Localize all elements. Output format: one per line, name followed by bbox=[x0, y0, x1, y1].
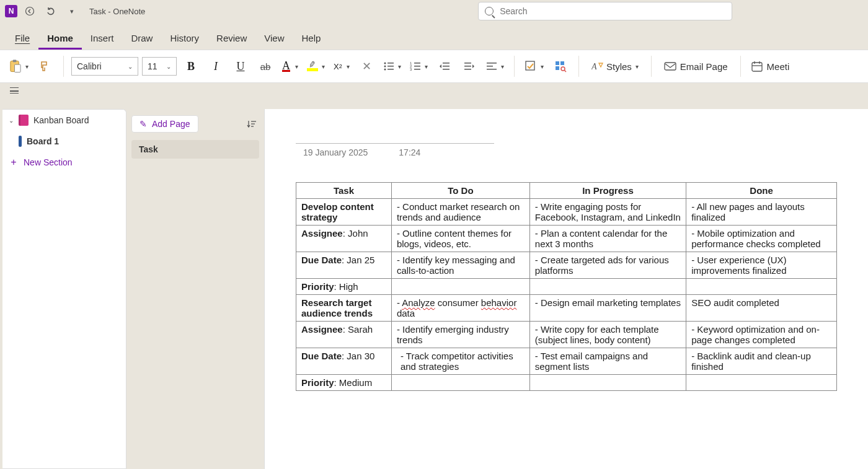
add-page-button[interactable]: ✎ Add Page bbox=[131, 115, 198, 133]
window-title: Task - OneNote bbox=[89, 7, 145, 16]
notebook-nav: ⌄ Kanban Board Board 1 + New Section bbox=[2, 109, 126, 469]
outdent-button[interactable] bbox=[434, 56, 455, 77]
tag-button[interactable]: ▾ bbox=[522, 56, 546, 77]
meeting-label: Meeti bbox=[767, 61, 790, 72]
tab-home[interactable]: Home bbox=[38, 27, 82, 50]
font-name-value: Calibri bbox=[77, 61, 102, 71]
qat-customize-button[interactable]: ▾ bbox=[63, 2, 81, 20]
search-icon bbox=[485, 7, 494, 15]
ribbon-divider bbox=[514, 56, 515, 77]
tab-review[interactable]: Review bbox=[208, 27, 255, 50]
numbered-list-button[interactable]: 123▾ bbox=[407, 56, 430, 77]
italic-button[interactable]: I bbox=[205, 56, 226, 77]
font-size-value: 11 bbox=[148, 61, 157, 71]
svg-rect-2 bbox=[13, 60, 17, 63]
svg-rect-28 bbox=[556, 66, 559, 70]
svg-rect-27 bbox=[560, 61, 564, 65]
email-page-button[interactable]: Email Page bbox=[659, 56, 733, 77]
ribbon-divider bbox=[651, 56, 652, 77]
notebook-icon bbox=[19, 115, 29, 126]
table-row[interactable]: Assignee: Sarah - Identify emerging indu… bbox=[296, 322, 837, 348]
search-input[interactable] bbox=[498, 6, 725, 17]
svg-rect-23 bbox=[487, 66, 493, 67]
format-painter-button[interactable] bbox=[35, 56, 56, 77]
bold-button[interactable]: B bbox=[180, 56, 202, 77]
section-name: Board 1 bbox=[27, 136, 59, 146]
meeting-button[interactable]: Meeti bbox=[748, 56, 792, 77]
page-item[interactable]: Task bbox=[131, 140, 259, 159]
tab-draw[interactable]: Draw bbox=[122, 27, 161, 50]
section-item[interactable]: Board 1 bbox=[2, 131, 126, 152]
strikethrough-button[interactable]: ab bbox=[255, 56, 276, 77]
tab-file[interactable]: File bbox=[6, 27, 38, 50]
page-list: ✎ Add Page Task bbox=[126, 109, 264, 469]
svg-rect-21 bbox=[464, 69, 471, 70]
svg-point-6 bbox=[384, 66, 386, 68]
bullet-list-button[interactable]: ▾ bbox=[381, 56, 404, 77]
col-header-inprogress[interactable]: In Progress bbox=[529, 183, 686, 199]
section-color-bar bbox=[19, 136, 22, 147]
svg-point-0 bbox=[26, 7, 34, 15]
svg-text:3: 3 bbox=[410, 68, 412, 71]
subscript-button[interactable]: X2▾ bbox=[331, 56, 352, 77]
title-bar: ▾ Task - OneNote bbox=[0, 0, 868, 22]
table-row[interactable]: Due Date: Jan 30 - Track competitor acti… bbox=[296, 348, 837, 375]
svg-rect-17 bbox=[443, 66, 450, 67]
font-size-combo[interactable]: 11⌄ bbox=[142, 57, 177, 76]
svg-rect-9 bbox=[388, 69, 394, 70]
table-row[interactable]: Assignee: John - Outline content themes … bbox=[296, 226, 837, 252]
svg-rect-18 bbox=[443, 69, 450, 70]
back-button[interactable] bbox=[21, 2, 38, 20]
paste-button[interactable]: ▾ bbox=[6, 56, 31, 77]
nav-pane-toggle[interactable] bbox=[4, 84, 25, 97]
table-row[interactable]: Due Date: Jan 25 - Identify key messagin… bbox=[296, 252, 837, 279]
svg-point-8 bbox=[384, 69, 386, 71]
table-row[interactable]: Develop content strategy - Conduct marke… bbox=[296, 199, 837, 226]
new-section-button[interactable]: + New Section bbox=[2, 152, 126, 173]
table-row[interactable]: Priority: Medium bbox=[296, 375, 837, 391]
svg-rect-25 bbox=[526, 61, 534, 70]
page-date: 19 January 2025 bbox=[303, 147, 368, 157]
font-color-button[interactable]: A▾ bbox=[280, 56, 301, 77]
tab-history[interactable]: History bbox=[161, 27, 208, 50]
tab-help[interactable]: Help bbox=[293, 27, 330, 50]
svg-rect-15 bbox=[414, 69, 420, 70]
table-row[interactable]: Research target audience trends - Analyz… bbox=[296, 295, 837, 322]
chevron-down-icon: ⌄ bbox=[9, 117, 14, 124]
note-canvas[interactable]: 19 January 2025 17:24 Task To Do In Prog… bbox=[264, 109, 868, 469]
page-title-input[interactable] bbox=[296, 128, 494, 144]
col-header-task[interactable]: Task bbox=[296, 183, 392, 199]
menu-tabs: File Home Insert Draw History Review Vie… bbox=[0, 22, 868, 50]
sort-pages-button[interactable] bbox=[244, 116, 259, 131]
col-header-done[interactable]: Done bbox=[686, 183, 837, 199]
table-row[interactable]: Priority: High bbox=[296, 279, 837, 295]
svg-rect-32 bbox=[665, 63, 676, 70]
font-name-combo[interactable]: Calibri⌄ bbox=[71, 57, 138, 76]
styles-button[interactable]: A Styles▾ bbox=[587, 56, 644, 77]
svg-point-4 bbox=[384, 63, 386, 64]
svg-rect-22 bbox=[487, 63, 497, 64]
svg-rect-20 bbox=[464, 66, 471, 67]
search-box[interactable] bbox=[478, 2, 732, 20]
tab-view[interactable]: View bbox=[255, 27, 293, 50]
find-tags-button[interactable] bbox=[550, 56, 571, 77]
hamburger-icon bbox=[10, 87, 19, 94]
svg-line-30 bbox=[564, 70, 566, 72]
notebook-item[interactable]: ⌄ Kanban Board bbox=[2, 110, 126, 131]
page-meta: 19 January 2025 17:24 bbox=[296, 147, 837, 157]
clear-formatting-button[interactable]: ✕ bbox=[356, 56, 377, 77]
indent-button[interactable] bbox=[459, 56, 480, 77]
tab-insert[interactable]: Insert bbox=[82, 27, 123, 50]
col-header-todo[interactable]: To Do bbox=[391, 183, 529, 199]
undo-button[interactable] bbox=[42, 2, 60, 20]
highlight-button[interactable]: ▾ bbox=[304, 56, 327, 77]
svg-text:A: A bbox=[591, 62, 597, 71]
svg-rect-11 bbox=[414, 63, 420, 64]
ribbon-divider bbox=[740, 56, 741, 77]
underline-button[interactable]: U bbox=[230, 56, 251, 77]
ribbon-divider bbox=[63, 56, 64, 77]
kanban-table[interactable]: Task To Do In Progress Done Develop cont… bbox=[296, 182, 837, 391]
align-button[interactable]: ▾ bbox=[484, 56, 507, 77]
svg-rect-7 bbox=[388, 66, 394, 67]
panel-toggle-row bbox=[0, 83, 868, 98]
